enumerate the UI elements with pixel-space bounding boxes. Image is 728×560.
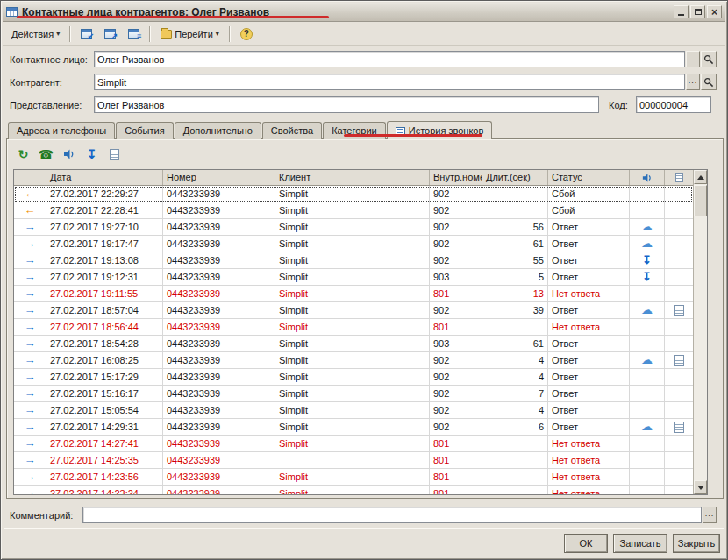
search-icon [703,54,714,65]
document-icon[interactable] [674,305,684,316]
listen-button[interactable] [61,146,77,162]
cell-status: Ответ [548,419,630,436]
contact-input[interactable] [94,51,685,67]
table-row[interactable]: →27.02.2017 19:11:550443233939Simplit801… [14,286,693,302]
counterparty-search-button[interactable] [701,74,717,90]
table-row[interactable]: →27.02.2017 14:25:350443233939801Нет отв… [14,452,693,469]
contact-search-button[interactable] [701,51,717,67]
table-row[interactable]: →27.02.2017 19:17:470443233939Simplit902… [14,236,693,252]
presentation-input[interactable] [94,96,599,113]
table-row[interactable]: ←27.02.2017 22:29:270443233939Simplit902… [14,186,693,202]
cell-number: 0443233939 [163,269,275,286]
refresh-button[interactable]: ↻ [15,146,32,162]
cell-client: Simplit [275,469,430,486]
title-bar[interactable]: Контактные лица контрагентов: Олег Ризва… [3,3,725,22]
copy-button[interactable]: ≡ [123,25,145,43]
header-recording[interactable] [630,170,665,185]
table-row[interactable]: →27.02.2017 15:17:290443233939Simplit902… [14,369,693,386]
open-note-button[interactable] [106,146,123,162]
reread-button[interactable]: ↙ [75,25,97,43]
cell-client: Simplit [275,486,430,494]
table-row[interactable]: →27.02.2017 14:27:410443233939Simplit801… [14,436,693,452]
table-row[interactable]: →27.02.2017 15:16:170443233939Simplit902… [14,386,693,402]
tab-events[interactable]: События [116,122,173,139]
recording-cell [630,186,665,202]
table-row[interactable]: →27.02.2017 19:13:080443233939Simplit902… [14,252,693,269]
header-direction[interactable] [14,170,46,185]
table-row[interactable]: →27.02.2017 18:57:040443233939Simplit902… [14,302,693,319]
cell-number: 0443233939 [163,286,275,302]
close-button[interactable]: × [707,5,722,18]
code-input[interactable] [636,96,711,113]
table-row[interactable]: ←27.02.2017 22:28:410443233939Simplit902… [14,202,693,219]
cloud-icon[interactable]: ☁ [633,419,660,435]
tab-properties[interactable]: Свойства [262,122,322,139]
help-button[interactable]: ? [235,25,258,43]
go-menu-button[interactable]: Перейти ▾ [155,25,225,43]
tab-categories[interactable]: Категории [323,122,386,139]
scroll-down-button[interactable] [694,480,707,494]
cell-status: Нет ответа [548,436,630,452]
table-row[interactable]: →27.02.2017 14:29:310443233939Simplit902… [14,419,693,436]
cell-ext: 902 [430,186,482,202]
header-status[interactable]: Статус [548,170,630,185]
table-row[interactable]: →27.02.2017 19:27:100443233939Simplit902… [14,219,693,236]
comment-input[interactable] [82,507,702,523]
tab-addresses[interactable]: Адреса и телефоны [8,122,115,139]
cloud-icon[interactable]: ☁ [633,352,660,368]
call-arrow-icon: → [14,402,46,417]
header-client[interactable]: Клиент [275,170,430,185]
cell-client: Simplit [275,419,430,436]
cloud-icon[interactable]: ☁ [633,236,660,252]
scroll-up-button[interactable] [694,170,707,184]
folder-icon [161,30,172,39]
cell-duration [482,452,548,469]
download-record-button[interactable]: ↧ [83,146,100,162]
table-row[interactable]: →27.02.2017 14:23:240443233939Simplit801… [14,486,693,494]
close-form-button[interactable]: Закрыть [673,534,720,553]
cloud-icon[interactable]: ☁ [633,302,660,318]
header-ext[interactable]: Внутр.номер [430,170,482,185]
minimize-button[interactable] [674,5,689,18]
cell-date: 27.02.2017 18:57:04 [46,302,163,319]
document-icon[interactable] [674,355,684,366]
comment-ellipsis-button[interactable]: ... [703,507,717,523]
header-note[interactable] [665,170,693,185]
counterparty-input[interactable] [94,74,685,90]
cloud-icon[interactable]: ☁ [633,219,660,235]
cell-date: 27.02.2017 15:05:54 [46,402,163,419]
header-number[interactable]: Номер [163,170,275,185]
table-row[interactable]: →27.02.2017 14:23:560443233939Simplit801… [14,469,693,486]
actions-menu-button[interactable]: Действия ▾ [6,25,65,43]
counterparty-ellipsis-button[interactable]: ... [686,74,700,90]
tab-additional[interactable]: Дополнительно [175,122,261,139]
header-date[interactable]: Дата [46,170,163,185]
cell-date: 27.02.2017 14:23:56 [46,469,163,486]
call-direction-cell: → [14,369,46,386]
table-row[interactable]: →27.02.2017 18:54:280443233939Simplit903… [14,336,693,352]
download-icon[interactable]: ↧ [633,269,660,285]
header-duration[interactable]: Длит.(сек) [482,170,548,185]
save-button[interactable]: Записать [613,534,667,553]
open-list-button[interactable]: ↗ [99,25,121,43]
triangle-up-icon [697,175,704,180]
annotation-underline-title [17,16,329,18]
window-copy-icon: ≡ [128,29,139,39]
ok-button[interactable]: ОК [564,534,608,553]
scrollbar-thumb[interactable] [694,185,707,216]
contact-ellipsis-button[interactable]: ... [686,51,700,67]
cell-date: 27.02.2017 19:13:08 [46,252,163,269]
cell-status: Ответ [548,252,630,269]
vertical-scrollbar[interactable] [693,170,707,494]
maximize-button[interactable] [690,5,705,18]
cell-date: 27.02.2017 19:27:10 [46,219,163,236]
table-row[interactable]: →27.02.2017 16:08:250443233939Simplit902… [14,352,693,369]
download-icon[interactable]: ↧ [633,252,660,268]
table-row[interactable]: →27.02.2017 19:12:310443233939Simplit903… [14,269,693,286]
document-icon[interactable] [674,422,684,433]
table-row[interactable]: →27.02.2017 18:56:440443233939Simplit801… [14,319,693,336]
cell-ext: 902 [430,352,482,369]
call-button[interactable]: ☎ [38,146,54,162]
table-row[interactable]: →27.02.2017 15:05:540443233939Simplit902… [14,402,693,419]
cell-duration [482,469,548,486]
